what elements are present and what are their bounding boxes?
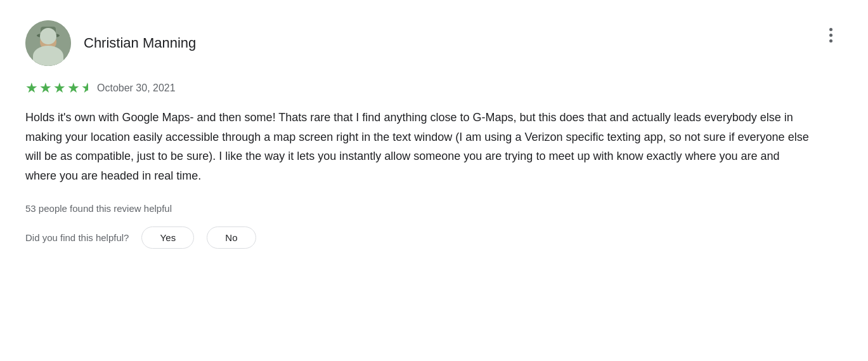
reviewer-info: Christian Manning [25, 20, 196, 66]
review-text: Holds it's own with Google Maps- and the… [25, 108, 812, 185]
review-header: Christian Manning [25, 20, 838, 66]
svg-rect-2 [41, 27, 56, 37]
star-3: ★ [53, 81, 66, 95]
helpful-row: Did you find this helpful? Yes No [25, 226, 838, 249]
dot-icon [829, 28, 832, 31]
svg-point-3 [40, 34, 56, 50]
yes-button[interactable]: Yes [141, 226, 194, 249]
svg-point-1 [37, 33, 60, 38]
star-4: ★ [67, 81, 80, 95]
helpful-prompt: Did you find this helpful? [25, 232, 129, 243]
star-1: ★ [25, 81, 38, 95]
star-rating: ★ ★ ★ ★ ★ [25, 81, 88, 95]
helpful-count: 53 people found this review helpful [25, 203, 838, 214]
svg-point-4 [34, 51, 62, 66]
dot-icon [829, 34, 832, 37]
review-card: Christian Manning ★ ★ ★ ★ ★ October 30, … [0, 0, 868, 274]
rating-row: ★ ★ ★ ★ ★ October 30, 2021 [25, 81, 838, 95]
avatar [25, 20, 71, 66]
no-button[interactable]: No [207, 226, 256, 249]
reviewer-name: Christian Manning [84, 34, 196, 53]
star-2: ★ [39, 81, 52, 95]
review-date: October 30, 2021 [97, 82, 176, 94]
star-5-half: ★ [81, 81, 88, 95]
dot-icon [829, 39, 832, 43]
more-options-button[interactable] [824, 23, 838, 48]
